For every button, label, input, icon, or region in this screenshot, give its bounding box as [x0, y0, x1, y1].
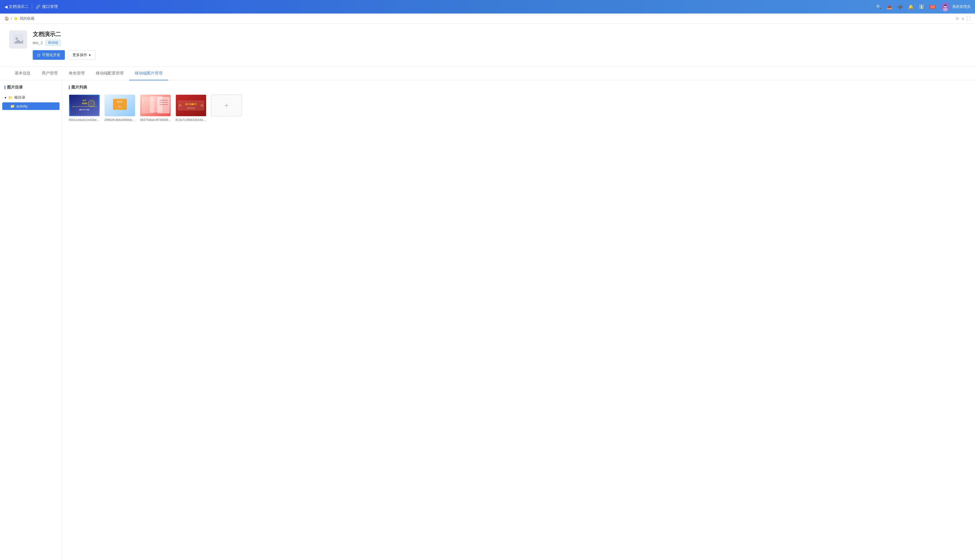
breadcrumb: 🏠 / ⭐ 我的收藏 [5, 16, 34, 21]
image-panel-title: 图片列表 [69, 85, 968, 90]
nav-title: 接口管理 [42, 4, 58, 9]
breadcrumb-star[interactable]: ⭐ [13, 17, 18, 21]
tab-basic[interactable]: 基本信息 [9, 67, 36, 80]
image-card-2[interactable]: ETF 基金 28892fc3b6c6960dc... [104, 95, 135, 122]
image-card-1[interactable]: ETF 冠军赛 赢取100万+奖励 55611d4a3c1e42bd4... [69, 95, 100, 122]
breadcrumb-actions: ↻ ∨ ⛶ [956, 17, 970, 21]
tab-mobile-images[interactable]: 移动端图片管理 [129, 67, 168, 80]
image-card-3[interactable]: 083754bdc4f7d9589... [140, 95, 171, 122]
svg-point-29 [200, 104, 204, 107]
chevron-down-icon[interactable]: ∨ [962, 17, 964, 21]
folder-icon: 📁 [8, 96, 13, 100]
dir-panel: 图片目录 ▾ 📁 根目录 📁 activity [0, 80, 62, 560]
image-card-4[interactable]: 热门主题ETF 精选优质标的 813e7c29b632b54de... [175, 95, 207, 122]
main-content: 图片目录 ▾ 📁 根目录 📁 activity 图片列表 [0, 80, 975, 560]
image-name-3: 083754bdc4f7d9589... [140, 118, 171, 122]
svg-point-28 [179, 104, 181, 107]
svg-point-11 [88, 100, 95, 107]
project-meta: doc_2 移动端 [33, 40, 966, 46]
breadcrumb-bar: 🏠 / ⭐ 我的收藏 ↻ ∨ ⛶ [0, 13, 975, 24]
image-thumb-3 [140, 95, 171, 117]
breadcrumb-item-label[interactable]: 我的收藏 [20, 16, 34, 21]
dev-icon: ⊡ [37, 53, 40, 57]
image-name-4: 813e7c29b632b54de... [175, 118, 207, 122]
avatar [941, 2, 950, 11]
image-panel: 图片列表 [62, 80, 975, 560]
navbar-right: 🔍 📤 ➕ 🔔 ℹ️ EN 系统管理员 [876, 2, 970, 11]
image-preview-2: ETF 基金 [105, 95, 135, 116]
image-thumb-2: ETF 基金 [104, 95, 135, 117]
svg-text:赢取100万+奖励: 赢取100万+奖励 [79, 109, 89, 110]
image-thumb-1: ETF 冠军赛 赢取100万+奖励 [69, 95, 100, 117]
svg-text:ETF: ETF [82, 100, 86, 102]
user-name: 系统管理员 [952, 4, 970, 9]
svg-text:热门主题ETF: 热门主题ETF [185, 103, 197, 105]
image-preview-1: ETF 冠军赛 赢取100万+奖励 [69, 95, 100, 116]
image-preview-4: 热门主题ETF 精选优质标的 [176, 95, 206, 116]
image-name-1: 55611d4a3c1e42bd4... [69, 118, 100, 122]
user-info[interactable]: 系统管理员 [941, 2, 970, 11]
image-thumb-4: 热门主题ETF 精选优质标的 [175, 95, 207, 117]
project-title: 文档演示二 [33, 30, 966, 38]
back-label: 文档演示二 [9, 4, 28, 9]
image-grid: ETF 冠军赛 赢取100万+奖励 55611d4a3c1e42bd4... [69, 95, 968, 122]
svg-rect-20 [157, 97, 170, 113]
folder-icon: 📁 [10, 104, 15, 108]
navbar: ◀ 文档演示二 🔗 接口管理 🔍 📤 ➕ 🔔 ℹ️ EN 系统管理员 [0, 0, 975, 13]
add-icon[interactable]: ➕ [897, 4, 903, 10]
breadcrumb-home[interactable]: 🏠 [5, 17, 9, 21]
project-header: 文档演示二 doc_2 移动端 ⊡ 可视化开发 更多操作 ▾ [0, 24, 975, 67]
svg-text:精选优质标的: 精选优质标的 [187, 107, 195, 109]
svg-text:冠军赛: 冠军赛 [82, 102, 87, 104]
img1-overlay: ETF 冠军赛 赢取100万+奖励 [69, 95, 100, 116]
refresh-icon[interactable]: ↻ [956, 17, 959, 21]
bell-icon[interactable]: 🔔 [908, 4, 914, 10]
search-icon[interactable]: 🔍 [876, 4, 882, 10]
chevron-down-icon: ▾ [89, 53, 91, 57]
dir-root[interactable]: ▾ 📁 根目录 [2, 93, 60, 102]
image-preview-3 [140, 95, 171, 116]
tab-users[interactable]: 用户管理 [36, 67, 63, 80]
nav-center: 🔗 接口管理 [35, 4, 58, 9]
project-tag: 移动端 [45, 40, 61, 46]
dev-button[interactable]: ⊡ 可视化开发 [33, 50, 65, 60]
header-actions: ⊡ 可视化开发 更多操作 ▾ [33, 50, 966, 60]
upload-icon[interactable]: 📤 [887, 4, 892, 10]
back-button[interactable]: ◀ 文档演示二 [5, 4, 28, 9]
breadcrumb-separator: / [11, 17, 12, 21]
svg-point-4 [15, 38, 18, 40]
project-logo [9, 30, 27, 48]
back-icon: ◀ [5, 5, 8, 9]
svg-text:基金: 基金 [118, 106, 122, 107]
nav-divider [32, 4, 32, 10]
svg-text:ETF: ETF [117, 100, 122, 103]
collapse-icon: ▾ [5, 96, 7, 100]
expand-icon[interactable]: ⛶ [967, 17, 970, 21]
dir-tree: ▾ 📁 根目录 📁 activity [0, 93, 62, 110]
dir-title: 图片目录 [0, 85, 62, 93]
image-name-2: 28892fc3b6c6960dc... [104, 118, 135, 122]
navbar-left: ◀ 文档演示二 🔗 接口管理 [5, 4, 58, 10]
add-image-card: + [211, 95, 242, 122]
project-code: doc_2 [33, 41, 43, 45]
more-button[interactable]: 更多操作 ▾ [68, 50, 96, 60]
add-image-button[interactable]: + [211, 95, 242, 117]
dir-item-activity[interactable]: 📁 activity [2, 102, 60, 110]
project-info: 文档演示二 doc_2 移动端 ⊡ 可视化开发 更多操作 ▾ [33, 30, 966, 60]
tab-mobile-config[interactable]: 移动端配置管理 [90, 67, 129, 80]
tab-roles[interactable]: 角色管理 [63, 67, 90, 80]
info-icon[interactable]: ℹ️ [919, 4, 925, 10]
tabs-bar: 基本信息 用户管理 角色管理 移动端配置管理 移动端图片管理 [0, 67, 975, 80]
language-flag[interactable]: EN [930, 5, 936, 9]
nav-link-icon: 🔗 [35, 5, 40, 9]
